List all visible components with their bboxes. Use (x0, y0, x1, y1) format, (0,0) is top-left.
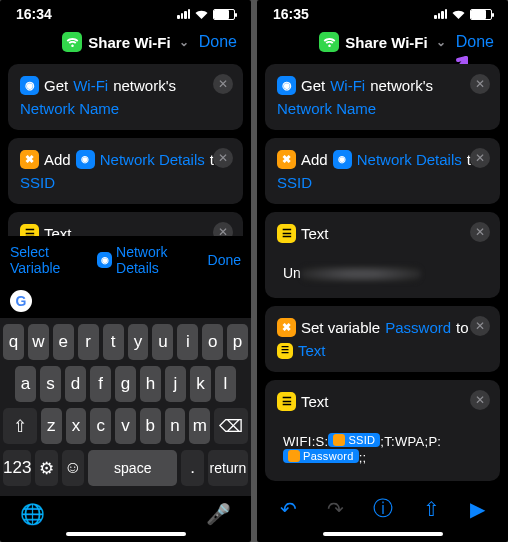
action-text-2[interactable]: ✕ ☰ Text WIFI:S:SSID;T:WPA;P:Password;; (265, 380, 500, 481)
status-time: 16:35 (273, 6, 309, 22)
key-h[interactable]: h (140, 366, 161, 402)
home-indicator[interactable] (66, 532, 186, 536)
text-action-icon: ☰ (20, 224, 39, 236)
key-b[interactable]: b (140, 408, 161, 444)
delete-action-button[interactable]: ✕ (470, 148, 490, 168)
magic-var-icon: ◉ (76, 150, 95, 169)
info-button[interactable]: ⓘ (373, 495, 393, 522)
key-k[interactable]: k (190, 366, 211, 402)
keyboard: qwertyuiop asdfghjkl ⇧ zxcvbnm ⌫ 123 ⚙ ☺… (0, 318, 251, 496)
globe-key[interactable]: 🌐 (20, 502, 45, 526)
key-t[interactable]: t (103, 324, 124, 360)
key-m[interactable]: m (189, 408, 210, 444)
network-name-param[interactable]: Network Name (20, 97, 119, 120)
key-p[interactable]: p (227, 324, 248, 360)
chevron-down-icon: ⌄ (436, 35, 446, 49)
shortcut-wifi-icon (62, 32, 82, 52)
shift-key[interactable]: ⇧ (3, 408, 37, 444)
page-title: Share Wi-Fi ⌄ (62, 32, 188, 52)
key-x[interactable]: x (66, 408, 87, 444)
key-z[interactable]: z (41, 408, 62, 444)
magic-var-icon: ◉ (333, 150, 352, 169)
chevron-down-icon: ⌄ (179, 35, 189, 49)
key-d[interactable]: d (65, 366, 86, 402)
password-token[interactable]: Password (283, 449, 359, 463)
nav-header: Share Wi-Fi ⌄ Done (0, 24, 251, 64)
nav-header: Share Wi-Fi ⌄ Done (257, 24, 508, 64)
status-bar: 16:35 (257, 0, 508, 24)
key-v[interactable]: v (115, 408, 136, 444)
keyboard-bottom-bar: 🌐 🎤 (0, 496, 251, 528)
ssid-var[interactable]: SSID (20, 171, 55, 194)
action-set-variable[interactable]: ✕ ✖ Set variable Password to ☰ Text (265, 306, 500, 372)
network-details-param[interactable]: Network Details (357, 148, 462, 171)
google-icon[interactable]: G (10, 290, 32, 312)
backspace-key[interactable]: ⌫ (214, 408, 248, 444)
text-magic-var[interactable]: Text (298, 339, 326, 362)
key-s[interactable]: s (40, 366, 61, 402)
ssid-var[interactable]: SSID (277, 171, 312, 194)
actions-list: ✕ ◉ Get Wi-Fi network's Network Name ✕ ✖… (257, 64, 508, 483)
select-variable-button[interactable]: Select Variable (10, 244, 97, 276)
suggestion-done-button[interactable]: Done (208, 252, 241, 268)
text-input[interactable]: Un (277, 255, 488, 288)
wifi-param[interactable]: Wi-Fi (330, 74, 365, 97)
action-add-to-variable[interactable]: ✕ ✖ Add ◉ Network Details to SSID (265, 138, 500, 204)
action-text[interactable]: ✕ ☰ Text Un (265, 212, 500, 298)
done-button[interactable]: Done (199, 33, 237, 51)
key-u[interactable]: u (152, 324, 173, 360)
share-button[interactable]: ⇧ (423, 497, 440, 521)
key-i[interactable]: i (177, 324, 198, 360)
delete-action-button[interactable]: ✕ (470, 74, 490, 94)
key-o[interactable]: o (202, 324, 223, 360)
text-input[interactable]: WIFI:S:SSID;T:WPA;P:Password;; (277, 423, 488, 471)
key-w[interactable]: w (28, 324, 49, 360)
space-key[interactable]: space (88, 450, 177, 486)
wifi-action-icon: ◉ (20, 76, 39, 95)
redacted (301, 266, 421, 282)
key-f[interactable]: f (90, 366, 111, 402)
page-title: Share Wi-Fi ⌄ (319, 32, 445, 52)
key-c[interactable]: c (90, 408, 111, 444)
action-text[interactable]: ✕ ☰ Text Un (8, 212, 243, 236)
status-right (177, 9, 235, 20)
key-l[interactable]: l (215, 366, 236, 402)
variable-action-icon: ✖ (277, 150, 296, 169)
delete-action-button[interactable]: ✕ (213, 222, 233, 236)
delete-action-button[interactable]: ✕ (213, 148, 233, 168)
mic-key[interactable]: 🎤 (206, 502, 231, 526)
network-details-suggestion[interactable]: Network Details (116, 244, 207, 276)
settings-key[interactable]: ⚙ (35, 450, 57, 486)
redo-button: ↷ (327, 497, 344, 521)
password-var[interactable]: Password (385, 316, 451, 339)
home-indicator[interactable] (323, 532, 443, 536)
magic-var-icon: ◉ (97, 252, 112, 268)
action-get-network[interactable]: ✕ ◉ Get Wi-Fi network's Network Name (8, 64, 243, 130)
emoji-key[interactable]: ☺ (62, 450, 84, 486)
numbers-key[interactable]: 123 (3, 450, 31, 486)
key-j[interactable]: j (165, 366, 186, 402)
variable-action-icon: ✖ (277, 318, 296, 337)
key-a[interactable]: a (15, 366, 36, 402)
key-r[interactable]: r (78, 324, 99, 360)
ssid-token[interactable]: SSID (328, 433, 380, 447)
done-button[interactable]: Done (456, 33, 494, 51)
battery-icon (213, 9, 235, 20)
phone-right: 16:35 Share Wi-Fi ⌄ Done ✕ ◉ Get Wi-Fi n (257, 0, 508, 542)
action-add-to-variable[interactable]: ✕ ✖ Add ◉ Network Details to SSID (8, 138, 243, 204)
key-q[interactable]: q (3, 324, 24, 360)
key-n[interactable]: n (165, 408, 186, 444)
undo-button[interactable]: ↶ (280, 497, 297, 521)
key-y[interactable]: y (128, 324, 149, 360)
period-key[interactable]: . (181, 450, 203, 486)
delete-action-button[interactable]: ✕ (213, 74, 233, 94)
key-g[interactable]: g (115, 366, 136, 402)
network-details-param[interactable]: Network Details (100, 148, 205, 171)
action-get-network[interactable]: ✕ ◉ Get Wi-Fi network's Network Name (265, 64, 500, 130)
run-button[interactable]: ▶ (470, 497, 485, 521)
network-name-param[interactable]: Network Name (277, 97, 376, 120)
delete-action-button[interactable]: ✕ (470, 222, 490, 242)
return-key[interactable]: return (208, 450, 248, 486)
wifi-param[interactable]: Wi-Fi (73, 74, 108, 97)
key-e[interactable]: e (53, 324, 74, 360)
